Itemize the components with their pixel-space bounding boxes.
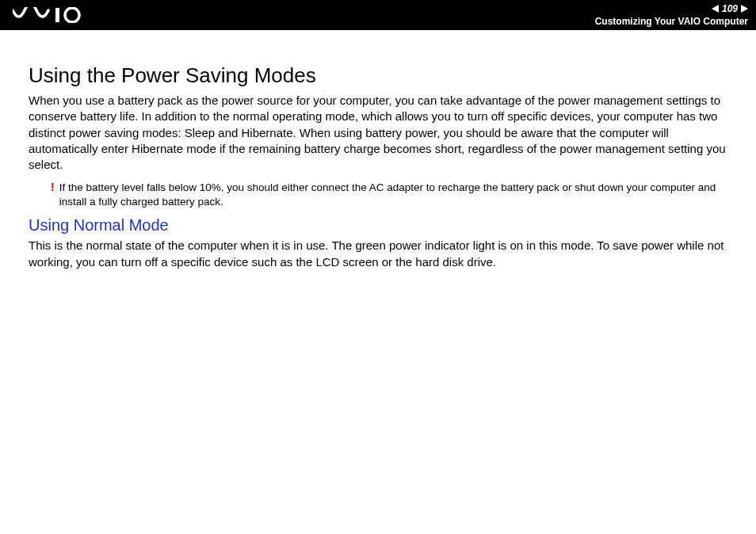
- header-nav: 109 Customizing Your VAIO Computer: [595, 3, 748, 27]
- section-title: Customizing Your VAIO Computer: [595, 16, 748, 27]
- nav-next-icon[interactable]: [741, 5, 748, 13]
- vaio-logo-svg: [13, 7, 92, 23]
- intro-paragraph: When you use a battery pack as the power…: [29, 93, 735, 173]
- sub-body: This is the normal state of the computer…: [29, 238, 735, 270]
- subheading: Using Normal Mode: [29, 216, 735, 235]
- svg-point-1: [65, 8, 79, 22]
- warning-text: If the battery level falls below 10%, yo…: [59, 181, 735, 208]
- page-content: Using the Power Saving Modes When you us…: [0, 30, 756, 270]
- warning-icon: !: [51, 181, 55, 193]
- page-number-nav: 109: [712, 3, 748, 14]
- vaio-logo: [13, 0, 92, 30]
- nav-prev-icon[interactable]: [712, 5, 719, 13]
- svg-rect-0: [55, 8, 59, 22]
- page-header: 109 Customizing Your VAIO Computer: [0, 0, 756, 30]
- warning-callout: ! If the battery level falls below 10%, …: [51, 181, 735, 208]
- page-number: 109: [722, 3, 738, 14]
- page-title: Using the Power Saving Modes: [29, 63, 735, 88]
